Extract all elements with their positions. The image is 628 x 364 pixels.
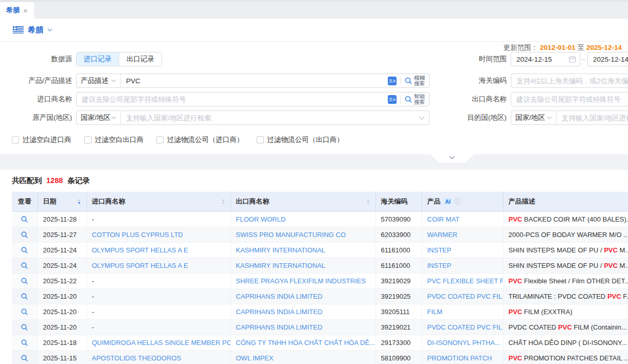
date-from-input[interactable] bbox=[511, 53, 565, 65]
table-body: 2025-11-28-FLOOR WORLD57039090COIR MATPV… bbox=[12, 211, 628, 364]
checkbox-icon[interactable] bbox=[257, 136, 264, 143]
description-text: PROMOTION PATCHES DETAIL ... bbox=[522, 354, 628, 362]
product-link[interactable]: PVDC COATED PVC FIL... bbox=[427, 323, 504, 331]
view-cell[interactable] bbox=[12, 258, 38, 273]
view-cell[interactable] bbox=[12, 242, 38, 258]
filter-checkbox[interactable]: 过滤空白出口商 bbox=[84, 135, 144, 144]
view-cell[interactable] bbox=[12, 335, 38, 350]
view-magnifier-icon[interactable] bbox=[21, 262, 28, 269]
hs-code-input[interactable] bbox=[511, 75, 628, 87]
product-link[interactable]: DI-ISONONYL PHTHA... bbox=[427, 339, 501, 347]
view-magnifier-icon[interactable] bbox=[21, 277, 28, 285]
checkbox-icon[interactable] bbox=[84, 136, 92, 143]
view-cell[interactable] bbox=[12, 227, 38, 242]
origin-input[interactable] bbox=[121, 112, 415, 124]
origin-type-select[interactable]: 国家/地区 bbox=[77, 111, 121, 124]
close-icon[interactable]: × bbox=[23, 7, 28, 14]
view-magnifier-icon[interactable] bbox=[21, 308, 28, 316]
importer-input[interactable] bbox=[77, 93, 384, 105]
importer-link[interactable]: COTTON PLUS CYPRUS LTD bbox=[92, 231, 183, 239]
exporter-link[interactable]: KASHMIRY INTERNATIONAL bbox=[236, 246, 326, 254]
view-magnifier-icon[interactable] bbox=[21, 293, 28, 300]
destination-input[interactable] bbox=[557, 112, 628, 124]
sort-exporter[interactable]: ▲▼ bbox=[367, 198, 370, 205]
checkbox-label: 过滤空白进口商 bbox=[23, 135, 71, 144]
product-link[interactable]: INSTEP bbox=[427, 262, 452, 269]
exporter-link[interactable]: OWL IMPEX bbox=[236, 354, 274, 362]
importer-cell: - bbox=[86, 211, 230, 227]
view-cell[interactable] bbox=[12, 319, 38, 335]
translate-icon[interactable]: 文A bbox=[388, 95, 397, 104]
sort-date[interactable]: ▲▼ bbox=[78, 198, 81, 205]
date-range-dash: – bbox=[582, 52, 585, 66]
view-cell[interactable] bbox=[12, 288, 38, 304]
exporter-link[interactable]: SHREE PRAGYA FLEXIFILM INDUSTRIES bbox=[236, 277, 366, 285]
chevron-down-icon[interactable] bbox=[419, 116, 425, 120]
exporter-link[interactable]: FLOOR WORLD bbox=[236, 215, 286, 223]
filter-checkbox[interactable]: 过滤物流公司（出口商） bbox=[257, 135, 344, 144]
translate-icon[interactable]: 文A bbox=[388, 77, 397, 85]
fuzzy-search-button[interactable]: 模糊搜索 bbox=[404, 75, 425, 86]
product-link[interactable]: FILM bbox=[427, 308, 443, 316]
view-magnifier-icon[interactable] bbox=[21, 246, 28, 254]
product-link[interactable]: INSTEP bbox=[427, 246, 452, 254]
product-link[interactable]: PROMOTION PATCH bbox=[427, 354, 492, 362]
tab-import-records[interactable]: 进口记录 bbox=[77, 52, 119, 66]
exporter-link[interactable]: KASHMIRY INTERNATIONAL bbox=[236, 262, 326, 269]
checkbox-label: 过滤物流公司（出口商） bbox=[267, 135, 344, 144]
exporter-link[interactable]: CAPRIHANS INDIA LIMITED bbox=[236, 308, 322, 316]
destination-type-select[interactable]: 国家/地区 bbox=[511, 111, 557, 124]
product-type-select[interactable]: 产品描述 bbox=[77, 74, 121, 87]
page-header: 希腊 bbox=[0, 19, 628, 42]
chevron-down-icon[interactable] bbox=[47, 28, 52, 31]
product-link[interactable]: PVC FLEXIBLE SHEET F... bbox=[427, 277, 504, 285]
view-cell[interactable] bbox=[12, 211, 38, 227]
filter-checkbox[interactable]: 过滤物流公司（进口商） bbox=[156, 135, 244, 144]
product-link[interactable]: PVDC COATED PVC FIL... bbox=[427, 293, 504, 300]
importer-link[interactable]: QUIMIDROGA HELLAS SINGLE MEMBER PC bbox=[92, 339, 231, 347]
exporter-link[interactable]: CÔNG TY TNHH HÓA CHẤT CHẤT HÓA DẺ... bbox=[236, 339, 375, 347]
importer-link[interactable]: OLYMPUS SPORT HELLAS A E bbox=[92, 246, 188, 254]
importer-cell: OLYMPUS SPORT HELLAS A E bbox=[86, 242, 230, 258]
description-text: PVDC COATED bbox=[509, 323, 559, 331]
exporter-link[interactable]: SWISS PRO MANUFACTURING CO bbox=[236, 231, 346, 239]
view-cell[interactable] bbox=[12, 273, 38, 288]
date-from-field[interactable] bbox=[511, 52, 580, 66]
tab-greece[interactable]: 希腊 × bbox=[0, 2, 34, 19]
view-magnifier-icon[interactable] bbox=[21, 323, 28, 331]
view-magnifier-icon[interactable] bbox=[21, 339, 28, 347]
exporter-input[interactable] bbox=[511, 93, 628, 105]
view-cell[interactable] bbox=[12, 304, 38, 319]
product-cell: PROMOTION PATCH bbox=[422, 350, 503, 364]
checkbox-icon[interactable] bbox=[12, 136, 19, 143]
hs-code-field[interactable] bbox=[511, 74, 628, 88]
filter-checkbox[interactable]: 过滤空白进口商 bbox=[12, 135, 71, 144]
date-to-input[interactable] bbox=[588, 53, 628, 65]
collapse-handle[interactable] bbox=[430, 154, 474, 162]
product-input[interactable] bbox=[121, 75, 384, 87]
view-cell[interactable] bbox=[12, 350, 38, 364]
smart-search-label: 智能搜索 bbox=[414, 94, 425, 105]
description-text: M... bbox=[618, 262, 628, 269]
importer-link[interactable]: OLYMPUS SPORT HELLAS A E bbox=[92, 262, 188, 269]
view-magnifier-icon[interactable] bbox=[21, 215, 28, 223]
info-icon[interactable]: i bbox=[454, 198, 461, 205]
exporter-field[interactable] bbox=[511, 92, 628, 106]
product-link[interactable]: COIR MAT bbox=[427, 215, 460, 223]
tab-export-records[interactable]: 出口记录 bbox=[119, 52, 162, 66]
smart-search-button[interactable]: 智能搜索 bbox=[404, 94, 425, 105]
checkbox-icon[interactable] bbox=[156, 136, 164, 143]
importer-link[interactable]: APOSTOLIDIS THEODOROS bbox=[92, 354, 182, 362]
date-cell: 2025-11-28 bbox=[38, 211, 86, 227]
view-magnifier-icon[interactable] bbox=[21, 231, 28, 239]
exporter-link[interactable]: CAPRIHANS INDIA LIMITED bbox=[236, 323, 322, 331]
date-to-field[interactable] bbox=[587, 52, 628, 66]
greece-flag-icon bbox=[13, 26, 24, 33]
description-text: F... bbox=[621, 293, 628, 300]
sort-importer[interactable]: ▲▼ bbox=[222, 198, 225, 205]
empty-value: - bbox=[92, 215, 94, 223]
exporter-link[interactable]: CAPRIHANS INDIA LIMITED bbox=[236, 293, 322, 300]
description-text: FILM (EXXTRA) bbox=[522, 308, 572, 316]
product-link[interactable]: WARMER bbox=[427, 231, 458, 239]
view-magnifier-icon[interactable] bbox=[21, 354, 28, 362]
